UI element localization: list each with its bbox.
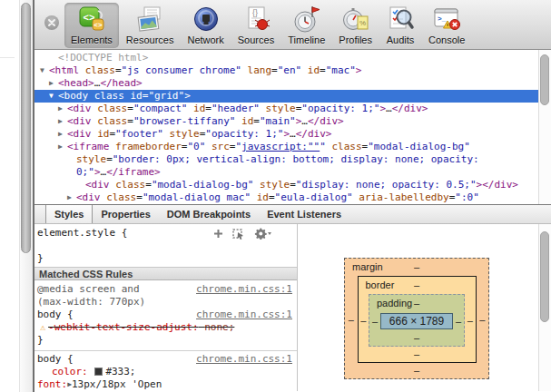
tab-dom-breakpoints[interactable]: DOM Breakpoints [159,205,259,223]
tab-event-listeners[interactable]: Event Listeners [259,205,349,223]
svg-text:%: % [359,19,366,27]
expand-triangle-icon[interactable]: ▶ [58,115,67,128]
dom-tree-row[interactable]: ▶<div id="footer" style="opacity: 1;">…<… [34,128,551,141]
margin-left-value[interactable]: – [345,314,358,325]
margin-right-value[interactable]: – [477,314,489,325]
expand-triangle-icon[interactable]: ▶ [58,141,67,153]
dom-tree-row[interactable]: <div class="modal-dialog-bg" style="disp… [34,179,551,191]
dom-tree-row[interactable]: <!DOCTYPE html> [34,52,551,64]
border-top-value[interactable]: – [414,279,419,290]
padding-top-value[interactable]: – [414,298,419,309]
page-scrollbar-thumb[interactable] [21,3,31,253]
code-token: = [115,64,122,76]
plus-icon[interactable] [213,229,223,239]
toolbar-button-label: Resources [126,34,174,45]
toolbar-button-resources[interactable]: Resources [120,3,181,48]
close-devtools-button[interactable] [44,15,59,30]
code-token [205,141,212,152]
devtools-panel: <><>ElementsResourcesNetwork{}SourcesTim… [33,0,551,392]
audits-icon [386,5,415,34]
dom-tree-row[interactable]: ▼<html class="js consumer chrome" lang="… [34,64,551,77]
svg-text:<>: <> [93,21,103,29]
toolbar-button-label: Elements [71,34,113,45]
page-scrollbar[interactable] [20,0,33,392]
code-token: <div [85,179,110,191]
toolbar-button-profiles[interactable]: %Profiles [332,3,379,48]
collapse-triangle-icon[interactable]: ▼ [49,90,58,103]
dom-tree-scrollbar[interactable] [538,50,551,204]
code-token: "modal-dialog-bg" [368,141,470,152]
tab-properties[interactable]: Properties [93,205,158,223]
toolbar-button-network[interactable]: Network [181,3,230,48]
expand-triangle-icon[interactable]: ▶ [49,77,58,90]
code-token [241,64,248,76]
code-token [109,141,115,152]
border-bottom-value[interactable]: – [359,348,476,362]
toolbar-button-label: Audits [387,34,415,45]
dom-tree-rows: <!DOCTYPE html>▼<html class="js consumer… [34,52,551,204]
toolbar-button-timeline[interactable]: Timeline [281,3,331,48]
tab-styles[interactable]: Styles [45,205,93,223]
panel-buttons: <><>ElementsResourcesNetwork{}SourcesTim… [64,0,551,48]
collapse-triangle-icon[interactable]: ▼ [40,64,49,77]
code-token: style [260,179,290,191]
css-declaration[interactable]: font:▶13px/18px 'Open [37,378,297,391]
color-swatch[interactable] [94,368,103,376]
css-declaration[interactable]: color: #333; [37,366,297,378]
property-name: color: [52,366,88,377]
toolbar-button-audits[interactable]: Audits [379,3,421,48]
dom-tree-row[interactable]: ▶<div class="browser-tiffany" id="main">… [34,115,551,128]
dom-tree-row[interactable]: style="border: 0px; vertical-align: bott… [34,153,551,166]
box-model-content[interactable]: 666 × 1789 [380,313,453,329]
dom-tree-row[interactable]: 0;">…</iframe> [34,166,551,179]
styles-scrollbar-thumb[interactable] [540,231,549,322]
dom-tree-row[interactable]: ▶<div class="compact" id="header" style=… [34,103,551,115]
browser-page-strip [0,0,20,392]
dom-tree-row[interactable]: ▼<body class id="grid"> [34,90,551,103]
code-token: "footer" [115,128,163,140]
dom-tree-scrollbar-thumb[interactable] [540,54,549,105]
rule-selector: (max-width: 770px) [37,296,292,309]
margin-bottom-value[interactable]: – [345,364,488,378]
margin-label: margin [352,259,383,275]
code-token: <div [67,115,92,127]
dom-tree-row[interactable]: ▶<div class="modal-dialog mac" id="eula-… [34,191,551,204]
dom-tree-row[interactable]: ▶<head>…</head> [34,77,551,90]
code-token: "eula-dialog" [275,191,353,203]
border-right-value[interactable]: – [465,315,476,326]
toolbar-button-console[interactable]: >_Console [422,3,471,48]
stylesheet-link[interactable]: chrome.min.css:1 [196,353,292,366]
code-token: class [94,90,124,102]
expand-triangle-icon[interactable]: ▶ [67,191,76,204]
stylesheet-link[interactable]: chrome.min.css:1 [196,283,292,296]
styles-scrollbar[interactable] [538,224,551,391]
code-token: aria-labelledby [359,191,448,203]
code-token: > [184,90,191,102]
code-token: … [301,115,308,127]
code-token: " [320,141,326,152]
code-token: "mac" [326,64,356,76]
code-token: = [106,153,113,165]
gear-icon[interactable] [254,228,272,240]
code-token: <html [49,64,79,76]
element-style-body[interactable] [37,239,297,252]
dom-tree-row[interactable]: ▶<iframe frameborder="0" src="javascript… [34,141,551,153]
box-model: margin – – border – – [344,258,489,379]
expand-triangle-icon[interactable]: ▶ [58,128,67,141]
padding-left-value[interactable]: – [369,316,380,327]
toolbar-button-label: Sources [238,34,274,45]
devtools-toolbar: <><>ElementsResourcesNetwork{}SourcesTim… [34,0,551,50]
border-left-value[interactable]: – [359,315,369,326]
margin-top-value[interactable]: – [414,261,419,272]
code-token: class [97,103,127,114]
element-state-icon[interactable] [232,229,245,240]
css-declaration[interactable]: ⚠-webkit-text-size-adjust: none; [37,321,297,334]
code-token [163,128,170,140]
padding-right-value[interactable]: – [453,316,464,327]
stylesheet-link[interactable]: chrome.min.css:1 [196,309,292,321]
toolbar-button-sources[interactable]: {}Sources [231,3,280,48]
padding-bottom-value[interactable]: – [369,331,464,346]
expand-triangle-icon[interactable]: ▶ [58,103,67,115]
toolbar-button-elements[interactable]: <><>Elements [64,3,119,48]
code-token: ></div> [477,179,518,191]
